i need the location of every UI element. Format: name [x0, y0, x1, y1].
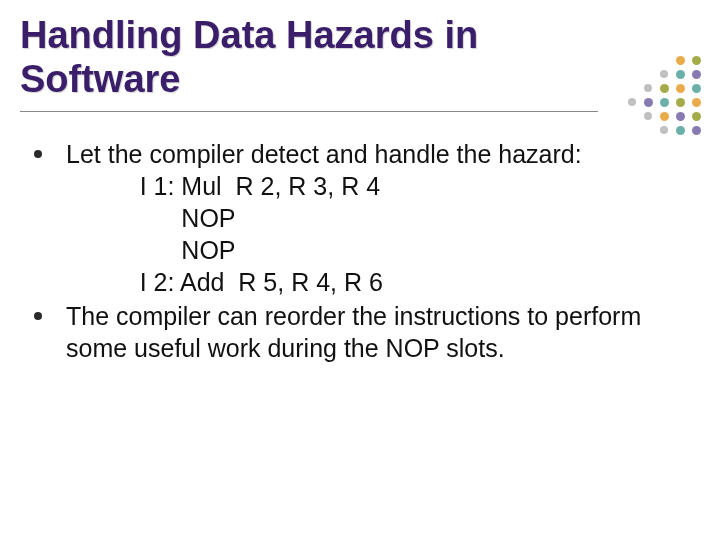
dot-icon: [692, 70, 701, 79]
dot-icon: [676, 98, 685, 107]
dot-icon: [692, 98, 701, 107]
dot-icon: [660, 84, 669, 93]
dot-icon: [644, 84, 652, 92]
dot-icon: [660, 112, 669, 121]
dot-icon: [692, 56, 701, 65]
bullet-text: Let the compiler detect and handle the h…: [66, 138, 582, 170]
slide-body: Let the compiler detect and handle the h…: [20, 138, 700, 364]
dot-icon: [676, 126, 685, 135]
slide: Handling Data Hazards in Software Let th…: [0, 0, 720, 540]
dot-icon: [692, 126, 701, 135]
dot-icon: [676, 70, 685, 79]
dot-icon: [676, 84, 685, 93]
slide-title: Handling Data Hazards in Software: [20, 14, 598, 112]
dot-icon: [692, 112, 701, 121]
dot-icon: [660, 126, 668, 134]
bullet-item: Let the compiler detect and handle the h…: [34, 138, 670, 298]
bullet-text: The compiler can reorder the instruction…: [66, 300, 670, 364]
dot-icon: [692, 84, 701, 93]
dot-icon: [676, 56, 685, 65]
code-block: I 1: Mul R 2, R 3, R 4 NOP NOP I 2: Add …: [98, 170, 582, 298]
bullet-content: Let the compiler detect and handle the h…: [66, 138, 582, 298]
bullet-icon: [34, 312, 42, 320]
dot-icon: [628, 98, 636, 106]
bullet-item: The compiler can reorder the instruction…: [34, 300, 670, 364]
dot-icon: [660, 70, 668, 78]
dot-icon: [644, 112, 652, 120]
decorative-dots: [618, 52, 710, 144]
bullet-icon: [34, 150, 42, 158]
dot-icon: [644, 98, 653, 107]
dot-icon: [660, 98, 669, 107]
dot-icon: [676, 112, 685, 121]
